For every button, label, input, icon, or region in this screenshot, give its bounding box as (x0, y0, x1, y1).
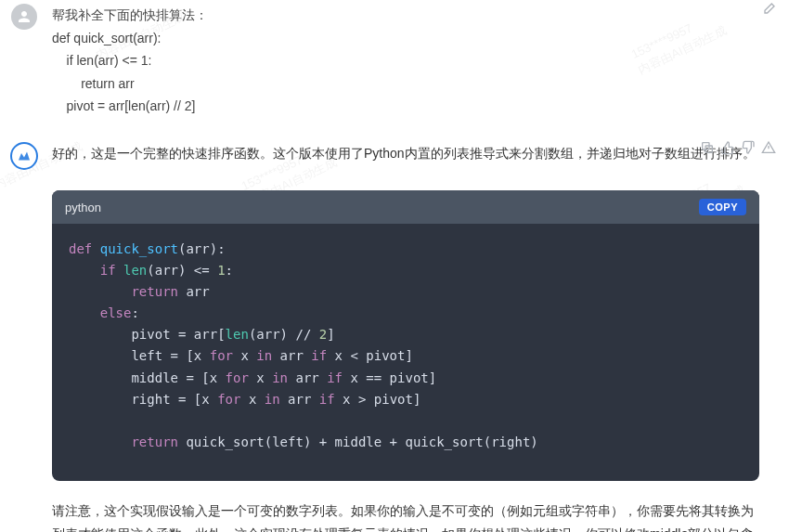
user-avatar (11, 4, 37, 30)
copy-icon[interactable] (700, 140, 715, 155)
copy-button[interactable]: COPY (699, 199, 746, 215)
user-message-row: 帮我补全下面的快排算法： def quick_sort(arr): if len… (0, 0, 789, 125)
code-language-label: python (65, 201, 101, 214)
edit-icon[interactable] (761, 2, 776, 17)
ai-outro-text: 请注意，这个实现假设输入是一个可变的数字列表。如果你的输入是不可变的（例如元组或… (52, 500, 759, 532)
code-header: python COPY (52, 190, 759, 224)
ai-intro-text: 好的，这是一个完整的快速排序函数。这个版本使用了Python内置的列表推导式来分… (52, 142, 759, 165)
code-content: def quick_sort(arr): if len(arr) <= 1: r… (52, 224, 759, 481)
thumbs-up-icon[interactable] (720, 140, 735, 155)
ai-message-row: 好的，这是一个完整的快速排序函数。这个版本使用了Python内置的列表推导式来分… (0, 138, 789, 533)
ai-avatar (10, 142, 38, 170)
thumbs-down-icon[interactable] (741, 140, 756, 155)
user-message-text: 帮我补全下面的快排算法： def quick_sort(arr): if len… (52, 4, 759, 118)
warning-icon[interactable] (761, 140, 776, 155)
code-block: python COPY def quick_sort(arr): if len(… (52, 190, 759, 481)
